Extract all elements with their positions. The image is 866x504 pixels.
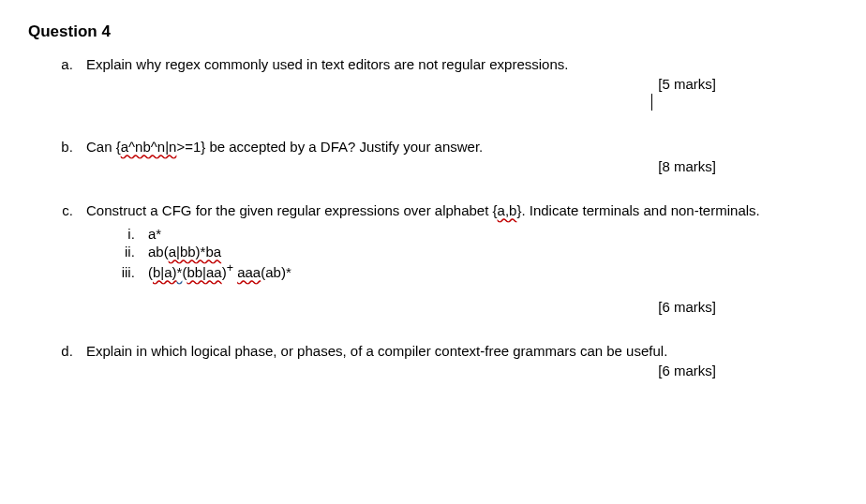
part-d-text: Explain in which logical phase, or phase… bbox=[86, 343, 667, 359]
part-b-prefix: Can { bbox=[86, 139, 121, 155]
marks-b: [8 marks] bbox=[658, 158, 716, 174]
cursor-row bbox=[86, 94, 652, 111]
part-c-i: a* bbox=[139, 226, 838, 242]
part-c-ab: a,b bbox=[498, 202, 517, 218]
part-c-iii: (b|a)*(bb|aa)+ aaa(ab)* bbox=[139, 261, 838, 280]
ci-text: a* bbox=[148, 226, 161, 242]
part-b-suffix: >=1} be accepted by a DFA? Justify your … bbox=[176, 139, 483, 155]
ciii-sq3: aaa bbox=[237, 264, 261, 280]
part-c-ii: ab(a|bb)*ba bbox=[139, 244, 838, 259]
page: Question 4 Explain why regex commonly us… bbox=[0, 0, 866, 429]
marks-row: [6 marks] bbox=[86, 363, 838, 378]
cii-p1: ab( bbox=[148, 244, 169, 259]
sublist: a* ab(a|bb)*ba (b|a)*(bb|aa)+ aaa(ab)* bbox=[86, 226, 838, 280]
part-b-squiggle: a^nb^n|n bbox=[121, 139, 177, 155]
marks-a: [5 marks] bbox=[658, 76, 716, 92]
part-a: Explain why regex commonly used in text … bbox=[77, 56, 838, 111]
text-cursor[interactable] bbox=[651, 94, 652, 111]
marks-c: [6 marks] bbox=[658, 299, 716, 315]
ciii-sq2: bb|aa bbox=[187, 264, 221, 280]
marks-d: [6 marks] bbox=[658, 363, 716, 378]
parts-list: Explain why regex commonly used in text … bbox=[28, 56, 838, 378]
cii-sq1: a|bb)*ba bbox=[169, 244, 221, 259]
question-title: Question 4 bbox=[28, 22, 838, 41]
ciii-sup: + bbox=[227, 261, 233, 274]
ciii-p5: (ab)* bbox=[261, 264, 291, 280]
marks-row: [5 marks] bbox=[86, 76, 838, 92]
ciii-sq1: b|a) bbox=[153, 264, 177, 280]
part-c-after: }. Indicate terminals and non-terminals. bbox=[516, 202, 759, 218]
part-c: Construct a CFG for the given regular ex… bbox=[77, 202, 838, 315]
part-b: Can {a^nb^n|n>=1} be accepted by a DFA? … bbox=[77, 139, 838, 174]
part-d: Explain in which logical phase, or phase… bbox=[77, 343, 838, 378]
part-a-text: Explain why regex commonly used in text … bbox=[86, 56, 568, 72]
marks-row: [8 marks] bbox=[86, 158, 838, 174]
marks-row: [6 marks] bbox=[86, 299, 838, 315]
part-c-before: Construct a CFG for the given regular ex… bbox=[86, 202, 498, 218]
